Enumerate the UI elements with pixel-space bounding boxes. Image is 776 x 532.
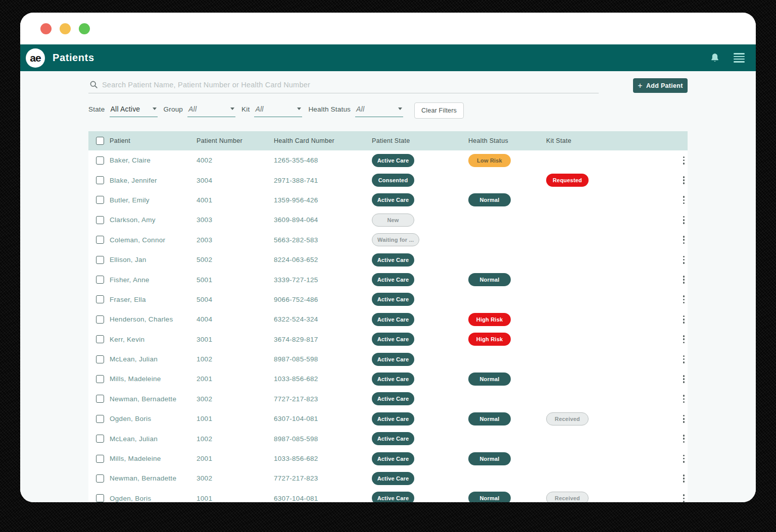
hamburger-icon <box>734 53 745 54</box>
health-card-number: 3609-894-064 <box>274 216 372 224</box>
desktop-background: ae Patients <box>0 0 776 532</box>
row-checkbox[interactable] <box>96 355 104 363</box>
row-actions-button[interactable] <box>680 492 688 502</box>
kebab-icon <box>683 315 685 317</box>
patient-name: Mills, Madeleine <box>110 455 197 462</box>
row-actions-button[interactable] <box>680 333 688 345</box>
row-checkbox[interactable] <box>96 256 104 264</box>
filter-group: Group All <box>164 103 236 117</box>
column-header-patient: Patient <box>110 137 197 144</box>
row-actions-button[interactable] <box>680 214 688 226</box>
kebab-icon <box>683 322 685 324</box>
health-card-number: 8987-085-598 <box>274 355 372 363</box>
kebab-icon <box>683 256 685 258</box>
row-checkbox[interactable] <box>96 315 104 324</box>
row-checkbox[interactable] <box>96 415 104 423</box>
kebab-icon <box>683 196 685 198</box>
kebab-icon <box>683 259 685 261</box>
table-row: McLean, Julian10028987-085-598Active Car… <box>88 349 688 369</box>
row-checkbox[interactable] <box>96 435 104 443</box>
patient-number: 1001 <box>197 495 274 502</box>
kebab-icon <box>683 199 685 201</box>
row-actions-button[interactable] <box>680 433 688 445</box>
patient-name: Kerr, Kevin <box>110 336 197 343</box>
row-actions-button[interactable] <box>680 293 688 305</box>
kebab-icon <box>683 381 685 383</box>
row-checkbox[interactable] <box>96 236 104 244</box>
patient-state-badge: Active Care <box>372 452 414 465</box>
row-checkbox[interactable] <box>96 395 104 403</box>
kebab-icon <box>683 401 685 403</box>
column-header-kit-state: Kit State <box>546 137 680 144</box>
add-patient-button[interactable]: + Add Patient <box>633 78 688 93</box>
search-input[interactable] <box>102 81 598 89</box>
kebab-icon <box>683 335 685 337</box>
patient-number: 1002 <box>197 355 274 363</box>
row-checkbox[interactable] <box>96 335 104 343</box>
filter-state-select[interactable]: All Active <box>110 103 158 117</box>
row-actions-button[interactable] <box>680 313 688 326</box>
row-checkbox[interactable] <box>96 216 104 224</box>
select-all-checkbox[interactable] <box>96 137 104 145</box>
row-actions-button[interactable] <box>680 453 688 465</box>
kebab-icon <box>683 421 685 423</box>
row-checkbox[interactable] <box>96 375 104 383</box>
close-window-button[interactable] <box>40 23 52 34</box>
kebab-icon <box>683 202 685 204</box>
table-row: Butler, Emily40011359-956-426Active Care… <box>88 190 688 210</box>
search-row: + Add Patient <box>88 71 688 93</box>
filter-group-select[interactable]: All <box>187 103 235 117</box>
row-checkbox[interactable] <box>96 494 104 502</box>
patient-state-badge: Active Care <box>372 333 414 346</box>
row-actions-button[interactable] <box>680 393 688 405</box>
app-logo-text: ae <box>30 52 40 64</box>
row-checkbox[interactable] <box>96 276 104 284</box>
patient-state-badge: Active Care <box>372 432 414 445</box>
row-actions-button[interactable] <box>680 154 688 167</box>
zoom-window-button[interactable] <box>79 23 90 34</box>
filter-health-status-value: All <box>356 105 364 113</box>
kebab-icon <box>683 302 685 304</box>
menu-button[interactable] <box>733 52 746 64</box>
row-checkbox[interactable] <box>96 176 104 184</box>
minimize-window-button[interactable] <box>60 23 71 34</box>
patient-name: Ogden, Boris <box>110 495 197 502</box>
health-card-number: 8987-085-598 <box>274 435 372 443</box>
patient-number: 1002 <box>197 435 274 443</box>
clear-filters-button[interactable]: Clear Filters <box>414 102 464 119</box>
patient-number: 5001 <box>197 276 274 284</box>
kebab-icon <box>683 276 685 278</box>
row-actions-button[interactable] <box>680 353 688 365</box>
table-row: Mills, Madeleine20011033-856-682Active C… <box>88 449 688 468</box>
filter-health-status-select[interactable]: All <box>355 103 403 117</box>
filter-kit-select[interactable]: All <box>254 103 302 117</box>
row-actions-button[interactable] <box>680 274 688 286</box>
row-actions-button[interactable] <box>680 373 688 385</box>
notifications-button[interactable] <box>708 51 721 65</box>
patient-state-badge: New <box>372 214 414 227</box>
row-actions-button[interactable] <box>680 174 688 186</box>
table-row: Blake, Jennifer30042971-388-741Consented… <box>88 170 688 190</box>
kebab-icon <box>683 216 685 218</box>
kebab-icon <box>683 342 685 344</box>
row-actions-button[interactable] <box>680 413 688 425</box>
row-checkbox[interactable] <box>96 474 104 483</box>
chevron-down-icon <box>297 108 301 110</box>
patient-number: 5004 <box>197 296 274 303</box>
row-actions-button[interactable] <box>680 254 688 266</box>
row-checkbox[interactable] <box>96 295 104 303</box>
row-checkbox[interactable] <box>96 156 104 165</box>
health-card-number: 3339-727-125 <box>274 276 372 284</box>
kebab-icon <box>683 415 685 417</box>
kebab-icon <box>683 461 685 463</box>
kebab-icon <box>683 398 685 400</box>
add-patient-label: Add Patient <box>646 82 683 89</box>
row-checkbox[interactable] <box>96 455 104 463</box>
kebab-icon <box>683 163 685 165</box>
chevron-down-icon <box>230 108 234 110</box>
row-checkbox[interactable] <box>96 196 104 204</box>
row-actions-button[interactable] <box>680 234 688 246</box>
row-actions-button[interactable] <box>680 472 688 485</box>
search-box[interactable] <box>88 78 599 93</box>
row-actions-button[interactable] <box>680 194 688 206</box>
